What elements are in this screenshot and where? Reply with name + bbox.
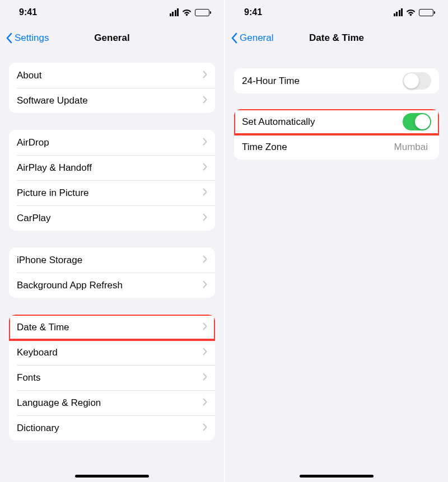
row-label: Dictionary (17, 423, 203, 434)
chevron-right-icon (203, 137, 207, 148)
row-label: Fonts (17, 372, 203, 383)
row-fonts[interactable]: Fonts (9, 365, 215, 390)
status-time: 9:41 (244, 7, 262, 17)
chevron-right-icon (203, 347, 207, 358)
settings-content: 24-Hour Time Set Automatically Time Zone… (225, 52, 448, 176)
row-airplay-handoff[interactable]: AirPlay & Handoff (9, 155, 215, 180)
chevron-right-icon (203, 423, 207, 434)
chevron-right-icon (203, 95, 207, 106)
back-button[interactable]: Settings (6, 32, 49, 44)
settings-content: About Software Update AirDrop AirPlay & … (0, 52, 224, 457)
chevron-right-icon (203, 397, 207, 409)
row-label: Background App Refresh (17, 280, 203, 291)
settings-group: Set Automatically Time Zone Mumbai (234, 109, 439, 160)
row-label: Picture in Picture (17, 188, 203, 199)
row-keyboard[interactable]: Keyboard (9, 340, 215, 365)
settings-group: iPhone Storage Background App Refresh (9, 247, 215, 298)
settings-group: Date & Time Keyboard Fonts Language & Re… (9, 315, 215, 441)
chevron-right-icon (203, 280, 207, 291)
back-label: Settings (15, 32, 49, 44)
status-bar: 9:41 (225, 0, 448, 25)
cellular-signal-icon (394, 8, 403, 16)
phone-date-time: 9:41 General Date & Time 24-Hour Time (224, 0, 448, 482)
toggle-set-automatically[interactable] (403, 113, 431, 130)
row-label: Language & Region (17, 397, 203, 409)
row-carplay[interactable]: CarPlay (9, 205, 215, 231)
back-label: General (240, 32, 273, 44)
row-iphone-storage[interactable]: iPhone Storage (9, 247, 215, 273)
row-date-time[interactable]: Date & Time (9, 315, 215, 340)
row-label: Time Zone (242, 142, 394, 153)
settings-group: 24-Hour Time (234, 68, 439, 93)
wifi-icon (182, 9, 192, 16)
row-24-hour-time: 24-Hour Time (234, 68, 439, 93)
settings-group: About Software Update (9, 63, 215, 113)
home-indicator[interactable] (75, 475, 149, 478)
chevron-left-icon (231, 32, 237, 44)
row-label: Set Automatically (242, 116, 403, 128)
row-label: AirPlay & Handoff (17, 162, 203, 174)
row-label: About (17, 70, 203, 81)
settings-group: AirDrop AirPlay & Handoff Picture in Pic… (9, 130, 215, 231)
row-label: CarPlay (17, 213, 203, 224)
row-label: 24-Hour Time (242, 76, 403, 87)
row-label: AirDrop (17, 137, 203, 148)
back-button[interactable]: General (231, 32, 273, 44)
row-label: Keyboard (17, 347, 203, 358)
toggle-24-hour-time[interactable] (403, 72, 431, 90)
row-label: Software Update (17, 95, 203, 106)
battery-icon (419, 9, 433, 16)
battery-icon (195, 9, 209, 16)
status-time: 9:41 (19, 7, 37, 17)
wifi-icon (406, 9, 416, 16)
chevron-right-icon (203, 213, 207, 224)
row-value: Mumbai (394, 142, 428, 153)
row-language-region[interactable]: Language & Region (9, 390, 215, 415)
nav-bar: Settings General (0, 25, 224, 52)
chevron-right-icon (203, 322, 207, 333)
chevron-right-icon (203, 372, 207, 383)
chevron-right-icon (203, 188, 207, 199)
chevron-right-icon (203, 162, 207, 174)
row-label: Date & Time (17, 322, 203, 333)
nav-bar: General Date & Time (225, 25, 448, 52)
status-indicators (170, 8, 210, 16)
chevron-right-icon (203, 70, 207, 81)
row-about[interactable]: About (9, 63, 215, 88)
row-label: iPhone Storage (17, 255, 203, 266)
row-airdrop[interactable]: AirDrop (9, 130, 215, 155)
row-picture-in-picture[interactable]: Picture in Picture (9, 180, 215, 205)
cellular-signal-icon (170, 8, 179, 16)
row-background-app-refresh[interactable]: Background App Refresh (9, 273, 215, 298)
row-software-update[interactable]: Software Update (9, 88, 215, 113)
row-set-automatically: Set Automatically (234, 109, 439, 134)
row-dictionary[interactable]: Dictionary (9, 415, 215, 441)
chevron-left-icon (6, 32, 12, 44)
home-indicator[interactable] (300, 475, 374, 478)
status-bar: 9:41 (0, 0, 224, 25)
chevron-right-icon (203, 255, 207, 266)
phone-general: 9:41 Settings General About Software Upd… (0, 0, 224, 482)
status-indicators (394, 8, 434, 16)
row-time-zone[interactable]: Time Zone Mumbai (234, 134, 439, 160)
